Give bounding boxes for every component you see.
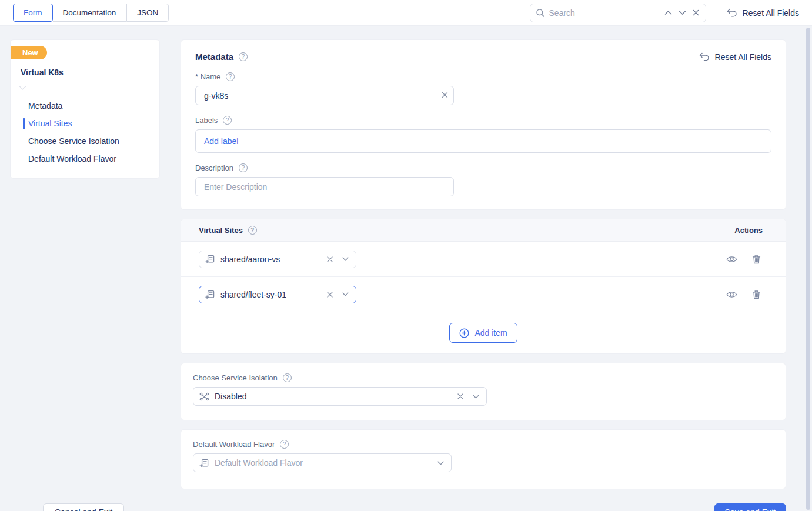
content-area: New Virtual K8s Metadata Virtual Sites C… [0,26,812,489]
sidebar-item-default-workload-flavor[interactable]: Default Workload Flavor [11,150,159,168]
name-clear-button[interactable] [440,91,449,99]
service-isolation-label: Choose Service Isolation [193,373,278,382]
search-box [530,4,706,22]
sidebar-item-label: Virtual Sites [28,119,72,128]
name-input[interactable] [195,86,454,105]
form-main-column: Metadata Reset All Fields * Name [181,39,786,489]
metadata-section: Metadata Reset All Fields * Name [181,39,786,210]
clear-selection-button[interactable] [326,255,334,263]
sidebar-item-label: Choose Service Isolation [28,136,119,146]
clear-selection-button[interactable] [456,392,465,400]
add-label-button[interactable]: Add label [204,136,238,146]
search-input[interactable] [549,8,654,18]
clear-selection-button[interactable] [326,290,334,299]
view-item-button[interactable] [725,254,739,265]
chevron-down-icon[interactable] [472,393,480,400]
sidebar-divider [11,85,159,91]
actions-column-header: Actions [734,226,763,235]
object-type-title: Virtual K8s [11,59,159,77]
sidebar-item-label: Metadata [28,101,62,111]
view-item-button[interactable] [725,289,739,300]
reset-all-fields-button[interactable]: Reset All Fields [726,8,799,18]
service-isolation-section: Choose Service Isolation Disabled [181,363,786,420]
vertical-scrollbar[interactable] [806,28,810,510]
cancel-and-exit-button[interactable]: Cancel and Exit [43,503,124,511]
status-badge: New [11,46,47,59]
workload-flavor-section: Default Workload Flavor Default Workload… [181,429,786,489]
help-icon[interactable] [248,226,257,235]
chevron-down-icon[interactable] [436,460,445,466]
view-tabs: Form Documentation JSON [13,4,169,22]
virtual-site-select[interactable]: shared/aaron-vs [199,251,356,268]
tab-documentation[interactable]: Documentation [53,4,127,22]
sidebar-nav: Metadata Virtual Sites Choose Service Is… [11,97,159,168]
object-reference-icon [199,458,209,468]
sidebar-item-metadata[interactable]: Metadata [11,97,159,115]
virtual-site-row: shared/fleet-sy-01 [181,277,786,312]
search-icon [536,8,545,18]
tab-json[interactable]: JSON [126,4,169,22]
virtual-sites-section: Virtual Sites Actions shared/aaron-vs [181,219,786,354]
help-icon[interactable] [223,116,232,125]
description-field-label: Description [195,163,233,172]
help-icon[interactable] [283,373,292,382]
active-indicator-bar [23,118,25,129]
workload-flavor-label: Default Workload Flavor [193,440,275,449]
name-field-label: * Name [195,72,220,81]
plus-circle-icon [459,328,469,338]
reset-arrow-icon [699,52,710,61]
sidebar-item-label: Default Workload Flavor [28,154,116,163]
help-icon[interactable] [239,163,248,172]
delete-item-button[interactable] [751,253,762,265]
search-prev-button[interactable] [663,9,673,16]
sidebar-item-virtual-sites[interactable]: Virtual Sites [11,115,159,132]
chevron-down-icon[interactable] [341,291,350,298]
metadata-reset-all-fields-button[interactable]: Reset All Fields [699,52,771,62]
metadata-section-title: Metadata [195,52,233,62]
virtual-site-row: shared/aaron-vs [181,242,786,277]
add-item-button[interactable]: Add item [449,323,517,343]
service-isolation-value: Disabled [215,392,246,401]
form-footer: Cancel and Exit Save and Exit [0,489,812,511]
virtual-sites-section-title: Virtual Sites [199,226,243,235]
virtual-site-value: shared/aaron-vs [220,255,280,264]
tab-form[interactable]: Form [13,4,53,22]
search-clear-button[interactable] [691,8,700,17]
object-reference-icon [205,289,215,299]
virtual-site-select[interactable]: shared/fleet-sy-01 [199,286,356,303]
chevron-down-icon[interactable] [341,256,350,262]
help-icon[interactable] [280,440,289,449]
search-next-button[interactable] [677,9,687,16]
workload-flavor-select[interactable]: Default Workload Flavor [193,453,452,472]
labels-box[interactable]: Add label [195,129,771,153]
sidebar-item-choose-service-isolation[interactable]: Choose Service Isolation [11,132,159,150]
help-icon[interactable] [226,72,235,81]
object-reference-icon [205,254,215,264]
top-bar: Form Documentation JSON Reset All Fiel [0,0,812,26]
reset-all-fields-label: Reset All Fields [743,8,799,18]
workload-flavor-placeholder: Default Workload Flavor [215,458,303,467]
service-isolation-select[interactable]: Disabled [193,387,487,406]
search-divider [659,8,659,18]
reset-all-fields-label: Reset All Fields [715,52,771,62]
add-item-label: Add item [474,328,507,338]
help-icon[interactable] [239,52,248,61]
reset-arrow-icon [726,8,737,17]
labels-field-label: Labels [195,116,218,125]
form-navigation-sidebar: New Virtual K8s Metadata Virtual Sites C… [10,39,160,179]
save-and-exit-button[interactable]: Save and Exit [714,503,786,511]
one-of-branch-icon [199,392,209,402]
delete-item-button[interactable] [751,289,762,300]
description-input[interactable] [195,177,454,196]
virtual-site-value: shared/fleet-sy-01 [220,290,286,299]
